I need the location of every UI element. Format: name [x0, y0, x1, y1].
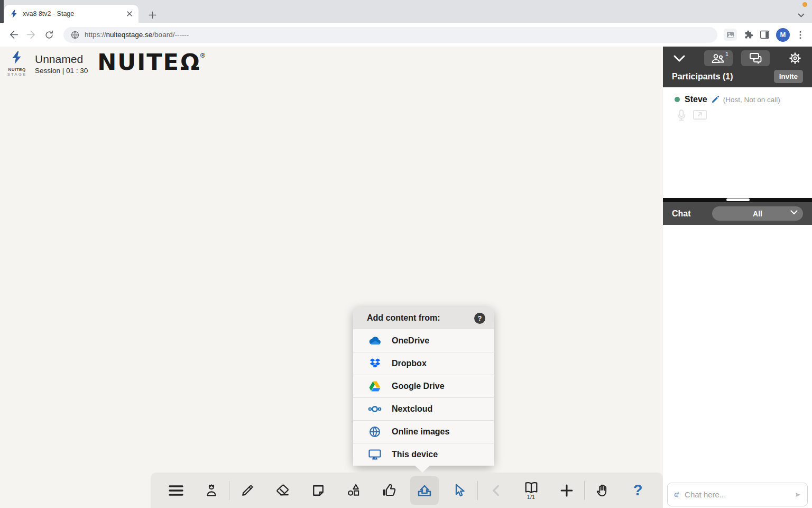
host-tools-button[interactable]: [193, 473, 229, 508]
send-message-icon[interactable]: [795, 489, 801, 500]
popup-title: Add content from:: [367, 313, 474, 323]
sticky-note-button[interactable]: [300, 473, 336, 508]
thumbs-up-icon: [381, 483, 397, 498]
participants-tab-button[interactable]: 1: [704, 50, 733, 66]
logo-text-nuiteq: NUITEQ: [5, 67, 29, 72]
upload-content-button[interactable]: [407, 473, 442, 508]
panel-resize-strip[interactable]: [663, 198, 812, 202]
drag-handle[interactable]: [726, 198, 750, 201]
whiteboard-canvas[interactable]: NUITEQ STAGE Unnamed Session | 01 : 30 N…: [0, 47, 663, 508]
new-tab-button[interactable]: [146, 8, 159, 21]
sidebar-header: 1: [663, 47, 812, 87]
chat-input-box[interactable]: [667, 483, 808, 506]
window-edge: [0, 0, 4, 23]
sticky-note-icon: [311, 483, 326, 498]
browser-tab[interactable]: xva8 8tv2 - Stage: [4, 5, 139, 23]
avatar-letter: M: [780, 31, 786, 39]
forward-button[interactable]: [23, 27, 39, 43]
browser-menu-kebab-icon[interactable]: [796, 30, 805, 40]
tab-close-icon[interactable]: [126, 10, 133, 17]
participant-status: (Host, Not on call): [723, 96, 780, 104]
session-name: Unnamed: [35, 53, 88, 66]
add-content-popup: Add content from: ? OneDrive: [353, 307, 494, 466]
participants-list: Steve (Host, Not on call): [663, 87, 812, 198]
tab-search-chevron-icon[interactable]: [798, 11, 805, 20]
side-panel-icon[interactable]: [760, 30, 770, 40]
chat-filter-dropdown[interactable]: All: [712, 206, 803, 221]
pages-overview-button[interactable]: 1/1: [513, 473, 549, 508]
edit-name-pencil-icon[interactable]: [711, 95, 719, 104]
sidebar-icon-row: 1: [663, 47, 812, 68]
upload-icon: [417, 483, 432, 498]
raised-hand-icon: [595, 483, 610, 498]
popup-item-label: This device: [392, 450, 438, 459]
session-timer: Session | 01 : 30: [35, 67, 88, 75]
shapes-icon: [346, 483, 361, 498]
stage-favicon-icon: [10, 10, 19, 19]
menu-button[interactable]: [158, 473, 193, 508]
popup-item-this-device[interactable]: This device: [353, 443, 494, 466]
help-icon[interactable]: ?: [474, 313, 485, 324]
select-tool-button[interactable]: [442, 473, 477, 508]
screenshot-extension-button[interactable]: [724, 29, 737, 41]
book-pages-icon: [523, 481, 540, 495]
participant-name: Steve: [685, 95, 707, 104]
help-button[interactable]: ?: [620, 473, 656, 508]
nuiteq-wordmark: NUITE Ω ®: [97, 51, 206, 74]
participants-count-badge: 1: [725, 51, 728, 57]
presence-dot: [675, 97, 680, 102]
site-globe-icon[interactable]: [71, 31, 79, 39]
raise-hand-button[interactable]: [585, 473, 620, 508]
page-indicator: 1/1: [527, 494, 535, 500]
chat-message-area: [663, 225, 812, 508]
pen-tool-button[interactable]: [229, 473, 265, 508]
url-path: /board/------: [152, 31, 189, 39]
url-domain: nuiteqstage.se: [106, 31, 153, 39]
participants-title-row: Participants (1) Invite: [663, 68, 812, 87]
previous-page-button[interactable]: [478, 473, 513, 508]
url-text: https://nuiteqstage.se/board/------: [85, 31, 189, 39]
chat-tab-button[interactable]: [741, 50, 770, 66]
chevron-left-icon: [490, 484, 502, 497]
eraser-tool-button[interactable]: [265, 473, 300, 508]
reload-button[interactable]: [41, 27, 57, 43]
screen-share-off-icon: [693, 109, 707, 121]
registered-mark: ®: [200, 52, 206, 59]
browser-actions: M: [724, 28, 807, 42]
whiteboard-toolbar: 1/1 ?: [151, 473, 663, 508]
page-content: NUITEQ STAGE Unnamed Session | 01 : 30 N…: [0, 47, 812, 508]
chat-bubbles-icon: [748, 52, 763, 64]
popup-item-label: Dropbox: [392, 359, 427, 368]
participant-row: Steve (Host, Not on call): [675, 95, 812, 104]
upload-button-active-bg: [410, 476, 439, 505]
browser-tab-strip: xva8 8tv2 - Stage: [0, 0, 812, 23]
wordmark-letters: NUITE: [97, 51, 180, 74]
settings-gear-icon[interactable]: [789, 52, 801, 65]
popup-item-google-drive[interactable]: Google Drive: [353, 375, 494, 397]
google-drive-icon: [368, 381, 382, 392]
chat-input[interactable]: [685, 490, 790, 499]
reload-icon: [44, 30, 54, 40]
popup-item-nextcloud[interactable]: Nextcloud: [353, 397, 494, 420]
vote-like-button[interactable]: [371, 473, 407, 508]
plus-icon: [559, 483, 574, 498]
hamburger-menu-icon: [168, 484, 184, 497]
session-block: Unnamed Session | 01 : 30: [35, 53, 88, 75]
chat-header: Chat All: [663, 202, 812, 225]
collapse-chevron-icon[interactable]: [673, 55, 685, 62]
extensions-puzzle-icon[interactable]: [743, 30, 753, 40]
popup-item-onedrive[interactable]: OneDrive: [353, 329, 494, 352]
popup-item-online-images[interactable]: Online images: [353, 420, 494, 443]
online-images-globe-icon: [368, 426, 382, 438]
profile-avatar[interactable]: M: [776, 28, 790, 42]
popup-item-label: Nextcloud: [392, 404, 432, 414]
back-button[interactable]: [5, 27, 21, 43]
popup-item-label: Online images: [392, 427, 449, 437]
invite-button[interactable]: Invite: [774, 70, 803, 83]
shapes-tool-button[interactable]: [336, 473, 371, 508]
emoji-picker-icon[interactable]: [674, 489, 679, 501]
cursor-icon: [453, 483, 467, 498]
add-page-button[interactable]: [549, 473, 584, 508]
popup-item-dropbox[interactable]: Dropbox: [353, 352, 494, 375]
url-bar[interactable]: https://nuiteqstage.se/board/------: [63, 27, 717, 43]
